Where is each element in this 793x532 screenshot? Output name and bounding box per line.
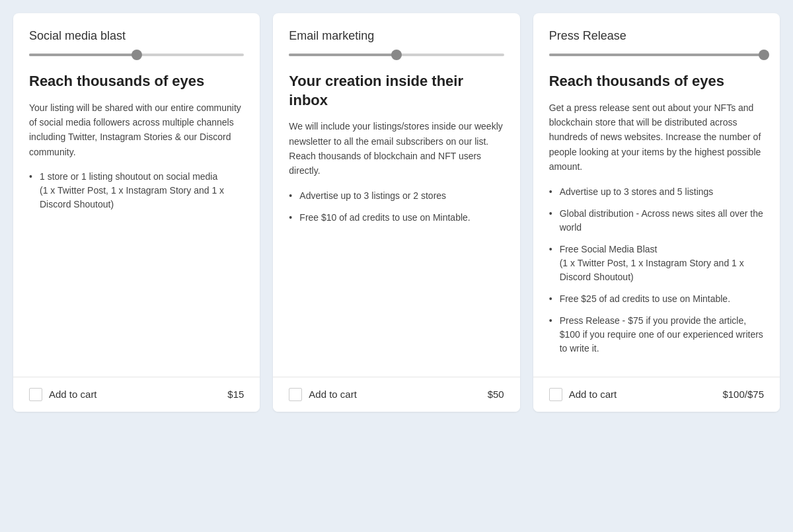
card-footer-press-release: Add to cart$100/$75 bbox=[533, 377, 780, 412]
slider-thumb-press-release[interactable] bbox=[759, 50, 769, 60]
card-heading-social-media-blast: Reach thousands of eyes bbox=[29, 72, 244, 91]
slider-fill-social-media-blast bbox=[29, 54, 137, 56]
features-list-social-media-blast: 1 store or 1 listing shoutout on social … bbox=[29, 170, 244, 211]
slider-email-marketing[interactable] bbox=[289, 54, 504, 56]
feature-item-press-release-2: Free Social Media Blast(1 x Twitter Post… bbox=[549, 243, 764, 284]
slider-fill-email-marketing bbox=[289, 54, 397, 56]
footer-left-press-release: Add to cart bbox=[549, 388, 617, 401]
card-heading-press-release: Reach thousands of eyes bbox=[549, 72, 764, 91]
feature-item-email-marketing-1: Free $10 of ad credits to use on Mintabl… bbox=[289, 211, 504, 225]
price-label-press-release: $100/$75 bbox=[722, 389, 764, 400]
slider-track-social-media-blast bbox=[29, 54, 244, 56]
features-list-email-marketing: Advertise up to 3 listings or 2 storesFr… bbox=[289, 189, 504, 225]
add-to-cart-label-press-release: Add to cart bbox=[569, 389, 617, 400]
card-title-email-marketing: Email marketing bbox=[289, 29, 504, 43]
add-to-cart-checkbox-social-media-blast[interactable] bbox=[29, 388, 42, 401]
card-body-press-release: Press ReleaseReach thousands of eyesGet … bbox=[533, 13, 780, 377]
slider-thumb-email-marketing[interactable] bbox=[391, 50, 402, 60]
feature-item-press-release-1: Global distribution - Across news sites … bbox=[549, 207, 764, 235]
add-to-cart-checkbox-email-marketing[interactable] bbox=[289, 388, 302, 401]
add-to-cart-label-email-marketing: Add to cart bbox=[309, 389, 357, 400]
card-description-social-media-blast: Your listing will be shared with our ent… bbox=[29, 100, 244, 160]
feature-item-press-release-3: Free $25 of ad credits to use on Mintabl… bbox=[549, 292, 764, 306]
feature-item-social-media-blast-0: 1 store or 1 listing shoutout on social … bbox=[29, 170, 244, 211]
card-footer-email-marketing: Add to cart$50 bbox=[273, 377, 519, 412]
slider-track-email-marketing bbox=[289, 54, 504, 56]
price-label-social-media-blast: $15 bbox=[227, 389, 244, 400]
card-title-social-media-blast: Social media blast bbox=[29, 29, 244, 43]
card-body-email-marketing: Email marketingYour creation inside thei… bbox=[273, 13, 519, 377]
add-to-cart-checkbox-press-release[interactable] bbox=[549, 388, 562, 401]
add-to-cart-label-social-media-blast: Add to cart bbox=[49, 389, 97, 400]
slider-social-media-blast[interactable] bbox=[29, 54, 244, 56]
feature-item-press-release-4: Press Release - $75 if you provide the a… bbox=[549, 314, 764, 356]
card-social-media-blast: Social media blastReach thousands of eye… bbox=[13, 13, 260, 412]
card-description-press-release: Get a press release sent out about your … bbox=[549, 100, 764, 174]
card-footer-social-media-blast: Add to cart$15 bbox=[13, 377, 260, 412]
footer-left-social-media-blast: Add to cart bbox=[29, 388, 97, 401]
footer-left-email-marketing: Add to cart bbox=[289, 388, 357, 401]
slider-thumb-social-media-blast[interactable] bbox=[132, 50, 142, 60]
cards-container: Social media blastReach thousands of eye… bbox=[13, 13, 780, 412]
features-list-press-release: Advertise up to 3 stores and 5 listingsG… bbox=[549, 185, 764, 356]
card-press-release: Press ReleaseReach thousands of eyesGet … bbox=[533, 13, 780, 412]
slider-press-release[interactable] bbox=[549, 54, 764, 56]
feature-item-press-release-0: Advertise up to 3 stores and 5 listings bbox=[549, 185, 764, 199]
card-heading-email-marketing: Your creation inside their inbox bbox=[289, 72, 504, 110]
card-body-social-media-blast: Social media blastReach thousands of eye… bbox=[13, 13, 260, 377]
card-title-press-release: Press Release bbox=[549, 29, 764, 43]
feature-item-email-marketing-0: Advertise up to 3 listings or 2 stores bbox=[289, 189, 504, 203]
slider-fill-press-release bbox=[549, 54, 764, 56]
card-description-email-marketing: We will include your listings/stores ins… bbox=[289, 119, 504, 178]
card-email-marketing: Email marketingYour creation inside thei… bbox=[273, 13, 519, 412]
price-label-email-marketing: $50 bbox=[488, 389, 504, 400]
slider-track-press-release bbox=[549, 54, 764, 56]
